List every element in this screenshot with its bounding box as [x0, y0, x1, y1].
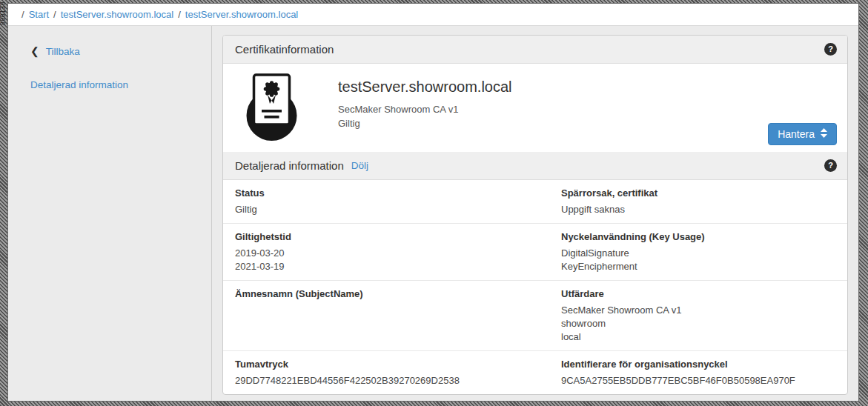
field-value: local: [561, 330, 835, 344]
field-status: Status Giltig: [235, 187, 561, 216]
breadcrumb: / Start / testServer.showroom.local / te…: [8, 4, 858, 26]
field-value: Giltig: [235, 203, 561, 216]
hide-details-link[interactable]: Dölj: [351, 160, 368, 171]
certificate-summary-text: testServer.showroom.local SecMaker Showr…: [338, 73, 837, 130]
certificate-card-header: Certifikatinformation ?: [223, 36, 847, 64]
field-label: Giltighetstid: [235, 230, 561, 244]
field-utfardare: Utfärdare SecMaker Showroom CA v1 showro…: [561, 287, 835, 344]
field-label: Tumavtryck: [235, 358, 561, 371]
help-icon[interactable]: ?: [824, 159, 837, 172]
breadcrumb-separator: /: [21, 9, 24, 20]
back-label: Tillbaka: [46, 46, 80, 57]
field-value: 29DD7748221EBD44556F422502B39270269D2538: [235, 374, 561, 387]
help-icon[interactable]: ?: [824, 43, 837, 56]
detail-row: Ämnesnamn (SubjectName) Utfärdare SecMak…: [223, 280, 847, 350]
manage-button[interactable]: Hantera: [768, 123, 837, 145]
field-value: 2021-03-19: [235, 260, 561, 273]
back-button[interactable]: ❮ Tillbaka: [30, 45, 211, 57]
up-down-caret-icon: [821, 128, 827, 140]
breadcrumb-link-certificate[interactable]: testServer.showroom.local: [185, 9, 298, 20]
detail-row: Giltighetstid 2019-03-20 2021-03-19 Nyck…: [223, 223, 847, 280]
certificate-icon: [245, 73, 298, 145]
field-value: KeyEncipherment: [561, 260, 835, 273]
field-label: Identifierare för organisationsnyckel: [561, 358, 835, 371]
field-value: showroom: [561, 317, 835, 330]
field-value: 2019-03-20: [235, 247, 561, 260]
back-chevron-icon: ❮: [30, 45, 39, 57]
field-value: SecMaker Showroom CA v1: [561, 304, 835, 317]
field-sparrorsak: Spärrorsak, certifikat Uppgift saknas: [561, 187, 835, 216]
field-label: Spärrorsak, certifikat: [561, 187, 835, 200]
breadcrumb-link-server[interactable]: testServer.showroom.local: [61, 9, 173, 20]
content-area: ❮ Tillbaka Detaljerad information Certif…: [8, 26, 858, 401]
breadcrumb-separator: /: [53, 9, 56, 20]
details-section-header: Detaljerad information Dölj ?: [223, 152, 847, 180]
scan-frame: 000130 / Start / testServer.showroom.loc…: [0, 0, 868, 406]
details-grid: Status Giltig Spärrorsak, certifikat Upp…: [223, 180, 847, 394]
field-giltighetstid: Giltighetstid 2019-03-20 2021-03-19: [235, 230, 561, 273]
certificate-card: Certifikatinformation ?: [222, 35, 848, 395]
field-label: Status: [235, 187, 561, 200]
breadcrumb-link-start[interactable]: Start: [29, 9, 49, 20]
certificate-name: testServer.showroom.local: [338, 79, 837, 96]
sidebar-item-detaljerad-information[interactable]: Detaljerad information: [30, 79, 211, 90]
certificate-issuer: SecMaker Showroom CA v1: [338, 102, 837, 116]
field-value: 9CA5A2755EB5DDB777EBC5BF46F0B50598EA970F: [561, 374, 835, 387]
main-area: Certifikatinformation ?: [212, 26, 858, 401]
field-label: Utfärdare: [561, 287, 835, 301]
details-title: Detaljerad information: [235, 159, 344, 172]
field-organisationsnyckel: Identifierare för organisationsnyckel 9C…: [561, 358, 835, 387]
detail-row: Status Giltig Spärrorsak, certifikat Upp…: [223, 180, 847, 223]
breadcrumb-separator: /: [178, 9, 181, 20]
field-value: DigitalSignature: [561, 247, 835, 260]
app-window: / Start / testServer.showroom.local / te…: [7, 3, 859, 402]
field-value: Uppgift saknas: [561, 203, 835, 216]
sidebar: ❮ Tillbaka Detaljerad information: [8, 26, 212, 401]
panel-title: Certifikatinformation: [235, 43, 334, 56]
field-label: Nyckelanvändning (Key Usage): [561, 230, 835, 244]
field-amnesnamn: Ämnesnamn (SubjectName): [235, 287, 561, 344]
detail-row: Tumavtryck 29DD7748221EBD44556F422502B39…: [223, 350, 847, 394]
certificate-summary: testServer.showroom.local SecMaker Showr…: [223, 64, 847, 152]
edge-label: 000130: [0, 1, 7, 25]
field-tumavtryck: Tumavtryck 29DD7748221EBD44556F422502B39…: [235, 358, 561, 387]
certificate-status: Giltig: [338, 116, 837, 130]
field-nyckelanvandning: Nyckelanvändning (Key Usage) DigitalSign…: [561, 230, 835, 273]
field-label: Ämnesnamn (SubjectName): [235, 287, 561, 301]
manage-button-label: Hantera: [778, 128, 815, 140]
